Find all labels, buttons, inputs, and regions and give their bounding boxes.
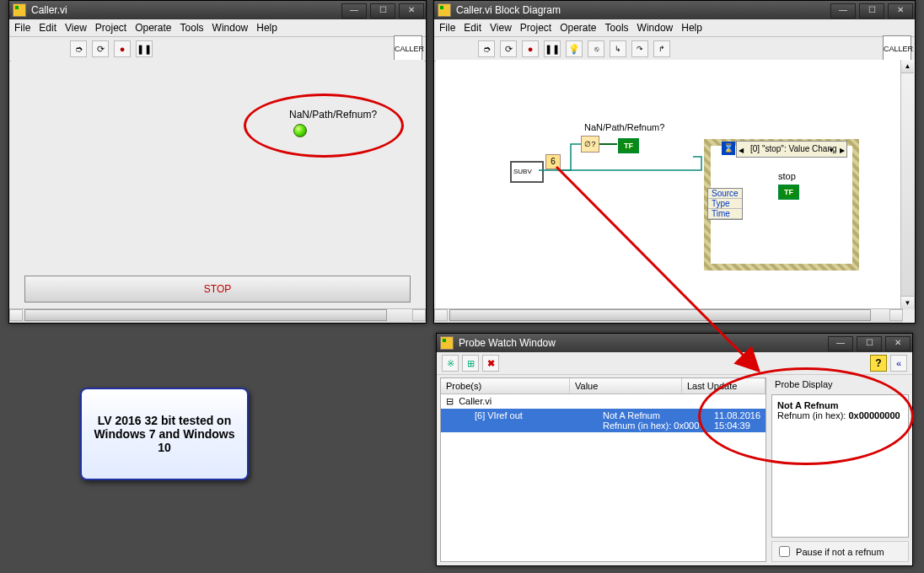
menu-tools[interactable]: Tools — [180, 22, 204, 34]
event-data-node[interactable]: Source Type Time — [707, 188, 743, 220]
indicator-label: NaN/Path/Refnum? — [289, 109, 377, 120]
probe-item-row[interactable]: [6] VIref out Not A Refnum Refnum (in he… — [441, 409, 766, 432]
stop-terminal-label: stop — [778, 171, 796, 181]
close-button[interactable]: ✕ — [885, 336, 911, 351]
maximize-button[interactable]: ☐ — [370, 3, 395, 19]
help-icon[interactable]: ? — [870, 355, 887, 372]
not-a-refnum-node[interactable]: ∅? — [581, 136, 599, 153]
block-diagram-area[interactable]: SUBV 6 ∅? TF NaN/Path/Refnum? ⌛ ◀ [0] "s… — [436, 60, 901, 309]
maximize-button[interactable]: ☐ — [859, 3, 884, 19]
menu-view[interactable]: View — [65, 22, 87, 34]
step-out-button[interactable]: ↱ — [653, 40, 670, 57]
run-button[interactable]: ➮ — [478, 40, 495, 57]
h-scrollbar[interactable] — [434, 308, 903, 323]
retain-wire-button[interactable]: ⎋ — [588, 40, 604, 57]
minimize-button[interactable]: — — [341, 3, 367, 19]
case-dropdown-icon[interactable]: ▼ — [828, 143, 835, 158]
col-probes[interactable]: Probe(s) — [441, 378, 570, 394]
probe-list[interactable]: Probe(s) Value Last Update ⊟ Caller.vi [… — [440, 378, 766, 562]
probe-value: Not A Refnum Refnum (in hex): 0x000 — [598, 409, 709, 432]
event-data-type: Type — [708, 199, 742, 209]
event-case-label: [0] "stop": Value Chang — [750, 144, 837, 153]
menu-window[interactable]: Window — [637, 22, 674, 34]
frontpanel-window: Caller.vi — ☐ ✕ File Edit View Project O… — [8, 0, 427, 324]
col-value[interactable]: Value — [570, 378, 682, 394]
tree-collapse-icon[interactable]: ⊟ — [446, 396, 454, 406]
step-into-button[interactable]: ↳ — [610, 40, 626, 57]
event-timeout-icon: ⌛ — [722, 142, 735, 155]
stop-terminal[interactable]: TF — [778, 185, 799, 200]
note-text: LV 2016 32 bit tested on Windows 7 and W… — [89, 414, 240, 454]
titlebar[interactable]: Caller.vi Block Diagram — ☐ ✕ — [434, 1, 915, 19]
pause-condition-row[interactable]: Pause if not a refnum — [771, 541, 909, 562]
menu-tools[interactable]: Tools — [605, 22, 629, 34]
probe-display: Not A Refnum Refnum (in hex): 0x00000000 — [771, 394, 909, 538]
menu-project[interactable]: Project — [520, 22, 551, 34]
collapse-panel-button[interactable]: « — [890, 355, 907, 372]
v-scrollbar[interactable] — [900, 60, 915, 309]
menu-help[interactable]: Help — [256, 22, 277, 34]
window-title: Caller.vi Block Diagram — [456, 4, 829, 16]
toolbar: ※ ⊞ ✖ ? « — [437, 352, 912, 375]
probe-display-hex: 0x00000000 — [848, 410, 900, 420]
probe-name: [6] VIref out — [441, 409, 598, 432]
step-over-button[interactable]: ↷ — [631, 40, 648, 57]
menu-edit[interactable]: Edit — [39, 22, 56, 34]
close-button[interactable]: ✕ — [888, 3, 913, 19]
event-case-selector[interactable]: ⌛ ◀ [0] "stop": Value Chang ▼ ▶ — [736, 141, 847, 158]
minimize-button[interactable]: — — [830, 3, 856, 19]
titlebar[interactable]: Caller.vi — ☐ ✕ — [9, 1, 426, 19]
delete-probe-button[interactable]: ✖ — [482, 355, 499, 372]
toolbar: ➮ ⟳ ● ❚❚ 💡 ⎋ ↳ ↷ ↱ ? CALLER — [434, 37, 915, 62]
new-probe-button[interactable]: ※ — [442, 355, 459, 372]
pause-label: Pause if not a refnum — [796, 547, 884, 557]
pause-button[interactable]: ❚❚ — [544, 40, 561, 57]
menu-edit[interactable]: Edit — [464, 22, 481, 34]
run-button[interactable]: ➮ — [70, 40, 87, 57]
vi-icon-badge[interactable]: CALLER — [883, 35, 911, 62]
probe-parent-name: Caller.vi — [459, 396, 492, 406]
close-button[interactable]: ✕ — [399, 3, 424, 19]
probe-watch-window: Probe Watch Window — ☐ ✕ ※ ⊞ ✖ ? « Probe… — [436, 333, 913, 566]
col-lastupdate[interactable]: Last Update — [682, 378, 766, 394]
select-probe-button[interactable]: ⊞ — [462, 355, 479, 372]
probe-list-header[interactable]: Probe(s) Value Last Update — [441, 378, 766, 394]
window-title: Probe Watch Window — [459, 337, 826, 349]
case-left-arrow-icon[interactable]: ◀ — [739, 143, 744, 158]
abort-button[interactable]: ● — [522, 40, 539, 57]
toolbar: ➮ ⟳ ● ❚❚ ? CALLER — [9, 37, 426, 62]
run-continuous-button[interactable]: ⟳ — [92, 40, 109, 57]
maximize-button[interactable]: ☐ — [857, 336, 882, 351]
menubar[interactable]: File Edit View Project Operate Tools Win… — [434, 19, 915, 37]
stop-button[interactable]: STOP — [24, 276, 411, 303]
probe-tree-row[interactable]: ⊟ Caller.vi — [441, 394, 766, 409]
menu-help[interactable]: Help — [681, 22, 702, 34]
probe-display-label: Probe Display — [771, 378, 909, 391]
pause-checkbox[interactable] — [779, 546, 790, 557]
menu-operate[interactable]: Operate — [135, 22, 171, 34]
event-structure[interactable]: ⌛ ◀ [0] "stop": Value Chang ▼ ▶ Source T… — [704, 139, 859, 270]
h-scrollbar[interactable] — [9, 308, 426, 323]
titlebar[interactable]: Probe Watch Window — ☐ ✕ — [437, 334, 912, 352]
highlight-execution-button[interactable]: 💡 — [566, 40, 583, 57]
case-right-arrow-icon[interactable]: ▶ — [840, 143, 845, 158]
probe-display-title: Not A Refnum — [777, 400, 903, 410]
menu-window[interactable]: Window — [212, 22, 249, 34]
minimize-button[interactable]: — — [828, 336, 853, 351]
vi-icon-badge[interactable]: CALLER — [394, 35, 422, 62]
menu-file[interactable]: File — [14, 22, 30, 34]
probe-display-line: Refnum (in hex): — [777, 410, 846, 420]
menubar[interactable]: File Edit View Project Operate Tools Win… — [9, 19, 426, 37]
window-title: Caller.vi — [31, 4, 340, 16]
abort-button[interactable]: ● — [114, 40, 131, 57]
boolean-indicator-terminal[interactable]: TF — [618, 138, 639, 153]
menu-file[interactable]: File — [439, 22, 455, 34]
annotation-note: LV 2016 32 bit tested on Windows 7 and W… — [80, 388, 249, 480]
menu-operate[interactable]: Operate — [560, 22, 596, 34]
menu-project[interactable]: Project — [95, 22, 126, 34]
pause-button[interactable]: ❚❚ — [136, 40, 153, 57]
vi-icon — [13, 3, 26, 17]
menu-view[interactable]: View — [490, 22, 512, 34]
run-continuous-button[interactable]: ⟳ — [500, 40, 517, 57]
annotation-ellipse — [244, 94, 404, 158]
